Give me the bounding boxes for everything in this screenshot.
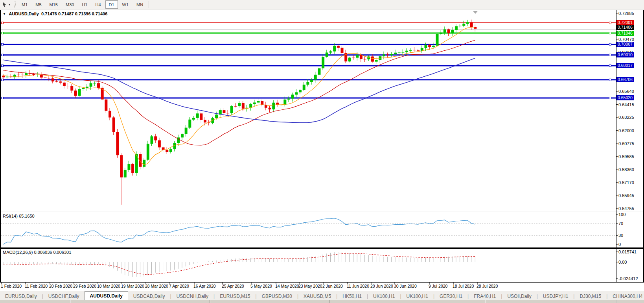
rsi-macd-separator[interactable] [0,247,644,248]
candle-body [17,75,20,75]
price-level-label: 0.71046 [616,31,634,36]
date-axis-label: 11 Feb 2020 [25,284,48,288]
price-level-label: 0.68017 [616,63,634,68]
chart-tab-USDCAD-Daily[interactable]: USDCAD,Daily [128,292,170,301]
chart-tab-UK100-H1[interactable]: UK100,H1 [368,292,400,301]
cursor-tool-button[interactable]: ▾ [0,0,12,9]
candle-body [116,132,119,155]
statusbar-separator [329,300,330,303]
candle-body [67,86,70,86]
macd-values: 0.006036 0.006301 [34,250,71,255]
timeframe-button-D1[interactable]: D1 [105,0,118,9]
chart-tab-XAUUSD-M5[interactable]: XAUUSD,M5 [298,292,336,301]
candle-body [238,103,241,106]
candle-body [74,91,77,96]
chart-tab-CHINA300-H4[interactable]: CHINA300,H4 [607,292,644,301]
timeframe-button-M30[interactable]: M30 [62,0,77,9]
candle-body [272,103,275,109]
date-axis-label: 18 Jul 2020 [453,284,474,288]
date-axis-label: 5 May 2020 [250,284,272,288]
date-axis-label: 25 Apr 2020 [222,284,244,288]
candle-body [398,52,401,53]
chart-tab-USOil-Daily[interactable]: USOil,Daily [502,292,536,301]
price-chart-canvas[interactable] [0,0,644,303]
candle-body [314,75,317,80]
chart-tab-DJ30-M15[interactable]: DJ30,M15 [574,292,606,301]
chart-tab-USDJPY-H1[interactable]: USDJPY,H1 [538,292,573,301]
chart-tab-GER30-H1[interactable]: GER30,H1 [434,292,467,301]
candle-body [329,52,332,53]
candle-body [386,54,389,55]
chart-frame-bottom [0,282,644,283]
candle-body [383,54,385,56]
candle-body [143,160,145,167]
main-rsi-separator[interactable] [0,211,644,211]
candle-body [105,100,107,111]
price-axis-border[interactable] [616,10,616,283]
timeframe-button-H4[interactable]: H4 [92,0,104,9]
chart-tab-GBPUSD-M30[interactable]: GBPUSD,M30 [257,292,297,301]
chart-tab-USDCHF-Daily[interactable]: USDCHF,Daily [43,292,85,301]
timeframe-button-M15[interactable]: M15 [46,0,61,9]
line-handle [609,65,611,67]
price-axis-tick: 0.57170 [618,180,634,185]
date-axis-label: 29 Feb 2020 [73,284,96,288]
moving-average-24 [3,40,475,145]
candle-body [9,77,12,77]
candle-body [283,100,286,105]
price-axis-tick: 0.54755 [618,206,634,211]
date-axis-label: 28 Jul 2020 [477,284,498,288]
price-axis-tick: 0.58360 [618,167,634,172]
date-axis-label: 1 Feb 2020 [1,284,22,288]
candle-body [375,60,378,62]
price-level-label: 0.65020 [616,95,634,100]
timeframe-button-H1[interactable]: H1 [78,0,91,9]
line-handle [609,43,611,45]
candle-body [82,88,85,89]
status-bar [0,300,644,303]
candle-body [303,85,305,90]
date-axis-label: 10 Mar 2020 [97,284,120,288]
candle-body [322,57,324,68]
candle-body [436,34,439,46]
line-handle [609,97,611,99]
candle-body [188,120,191,128]
candle-body [326,53,328,57]
candle-body [394,53,397,54]
candle-body [390,54,393,55]
candle-body [13,75,16,77]
timeframe-button-W1[interactable]: W1 [119,0,132,9]
chart-tab-HK50-H1[interactable]: HK50,H1 [337,292,367,301]
candle-body [371,57,374,62]
timeframe-button-M5[interactable]: M5 [32,0,45,9]
statusbar-separator [485,300,486,303]
chart-tab-USDCNH-Daily[interactable]: USDCNH,Daily [171,292,213,301]
candle-body [287,98,290,99]
chart-tab-EURUSD-Daily[interactable]: EURUSD,Daily [0,292,42,301]
price-axis-tick: 0.65640 [618,89,634,94]
candle-body [432,46,435,47]
chart-tab-UK100-H1[interactable]: UK100,H1 [401,292,433,301]
candle-body [215,115,218,118]
timeframe-button-M1[interactable]: M1 [18,0,31,9]
rsi-axis-tick: 70 [618,221,623,226]
candle-body [440,33,442,34]
candle-body [447,30,450,33]
rsi-indicator-label: RSI(14) 65.1650 [3,214,35,218]
chart-tab-EURUSD-M15[interactable]: EURUSD,M15 [215,292,255,301]
chart-tab-FRA40-H1[interactable]: FRA40,H1 [469,292,501,301]
chart-shift-marker-icon[interactable] [473,11,478,14]
line-handle [2,97,4,99]
date-axis-label: 11 Jun 2020 [347,284,369,288]
candle-body [443,30,446,33]
candle-body [421,48,423,51]
chart-frame-left [0,10,1,283]
toolbar-drag-handle[interactable] [14,2,16,8]
candle-body [97,83,100,88]
candle-body [196,113,199,118]
chart-tab-AUDUSD-Daily[interactable]: AUDUSD,Daily [85,291,128,301]
price-level-label: 0.66706 [616,77,634,82]
timeframe-button-MN[interactable]: MN [133,0,147,9]
candle-body [401,52,404,53]
candle-body [337,46,340,48]
